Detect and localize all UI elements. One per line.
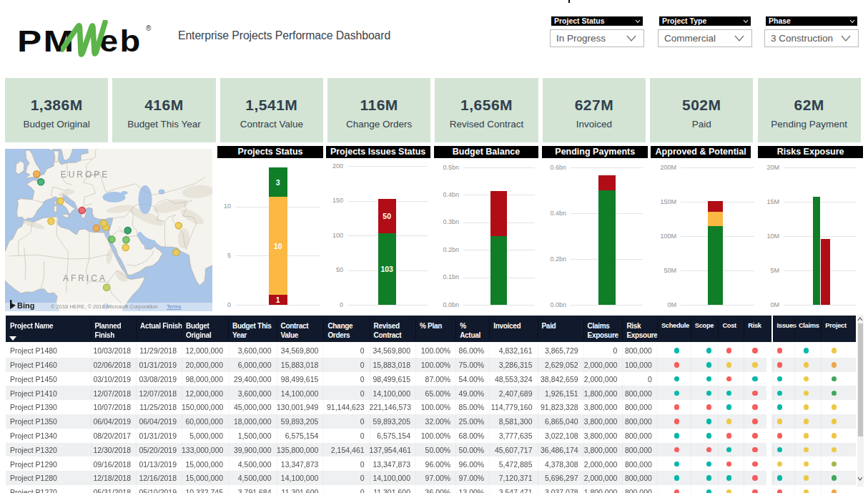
svg-text:Bing: Bing [17,301,34,310]
svg-text:Terms: Terms [167,303,182,310]
svg-text:AFRICA: AFRICA [63,273,107,283]
svg-text:© 2018 HERE, © 2018 Microsoft: © 2018 HERE, © 2018 Microsoft Corporatio… [51,303,157,310]
svg-text:EUROPE: EUROPE [61,170,110,180]
